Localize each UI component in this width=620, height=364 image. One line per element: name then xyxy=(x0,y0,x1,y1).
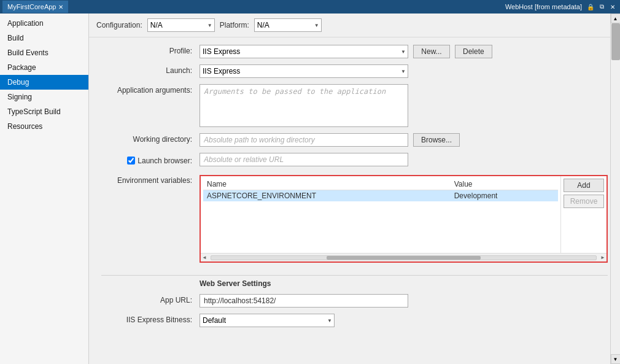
app-args-textarea[interactable] xyxy=(200,84,408,127)
launch-control-area: IIS Express ▼ xyxy=(200,64,608,78)
env-col-name: Name xyxy=(203,179,451,190)
title-bar-left: MyFirstCoreApp ✕ xyxy=(2,1,68,13)
working-dir-input[interactable] xyxy=(200,133,408,147)
sidebar-item-package[interactable]: Package xyxy=(0,60,88,75)
app-args-control-area xyxy=(200,84,608,127)
env-table: Name Value ASPNETCORE_ENVIRONMENT Develo… xyxy=(203,179,558,201)
env-col-value: Value xyxy=(451,179,558,190)
title-bar-right: WebHost [from metadata] 🔒 ⧉ ✕ xyxy=(505,2,618,12)
vertical-scrollbar: ▲ ▼ xyxy=(610,14,620,364)
scroll-thumb[interactable] xyxy=(327,256,481,260)
lock-icon[interactable]: 🔒 xyxy=(586,2,595,12)
env-vars-row: Environment variables: Name Value xyxy=(101,172,608,269)
sidebar-item-resources[interactable]: Resources xyxy=(0,119,88,134)
window-controls: 🔒 ⧉ ✕ xyxy=(586,2,618,12)
launch-label: Launch: xyxy=(101,64,200,75)
platform-dropdown-wrapper: N/A ▼ xyxy=(254,18,322,32)
app-url-row: App URL: xyxy=(101,294,608,308)
launch-browser-url-area xyxy=(200,153,608,166)
profile-dropdown-wrapper: IIS Express ▼ xyxy=(200,45,408,58)
platform-label: Platform: xyxy=(220,21,249,29)
launch-browser-label: Launch browser: xyxy=(138,157,192,165)
env-section: Name Value ASPNETCORE_ENVIRONMENT Develo… xyxy=(200,175,608,263)
profile-label: Profile: xyxy=(101,45,200,55)
iis-bitness-control-area: Default ▼ xyxy=(200,314,608,327)
table-row[interactable]: ASPNETCORE_ENVIRONMENT Development xyxy=(203,190,558,202)
working-dir-control-area: Browse... xyxy=(200,133,608,147)
env-buttons: Add Remove xyxy=(560,176,606,253)
configuration-dropdown-wrapper: N/A ▼ xyxy=(147,18,215,32)
scroll-up-button[interactable]: ▲ xyxy=(611,14,621,23)
web-server-heading: Web Server Settings xyxy=(101,275,608,290)
sidebar-item-build-events[interactable]: Build Events xyxy=(0,45,88,60)
delete-button[interactable]: Delete xyxy=(455,45,492,58)
launch-dropdown[interactable]: IIS Express xyxy=(200,64,408,78)
platform-dropdown[interactable]: N/A xyxy=(254,18,322,32)
float-icon[interactable]: ⧉ xyxy=(597,2,606,12)
app-url-control-area xyxy=(200,294,608,308)
configuration-dropdown[interactable]: N/A xyxy=(147,18,215,32)
project-tab[interactable]: MyFirstCoreApp ✕ xyxy=(2,1,68,13)
env-vars-label: Environment variables: xyxy=(101,172,200,185)
working-dir-label: Working directory: xyxy=(101,133,200,144)
scroll-left-icon[interactable]: ◄ xyxy=(202,255,207,260)
sidebar: Application Build Build Events Package D… xyxy=(0,14,89,364)
launch-browser-label-area: Launch browser: xyxy=(101,155,200,165)
env-horizontal-scrollbar[interactable]: ◄ ► xyxy=(201,253,606,261)
browse-button[interactable]: Browse... xyxy=(413,133,460,147)
title-bar: MyFirstCoreApp ✕ WebHost [from metadata]… xyxy=(0,0,620,14)
config-bar: Configuration: N/A ▼ Platform: N/A ▼ xyxy=(89,14,620,37)
new-button[interactable]: New... xyxy=(413,45,450,58)
env-vars-area: Name Value ASPNETCORE_ENVIRONMENT Develo… xyxy=(200,172,608,269)
form-content: Profile: IIS Express ▼ New... Delete Lau… xyxy=(89,37,620,341)
scroll-vert-thumb[interactable] xyxy=(611,23,620,60)
app-url-label: App URL: xyxy=(101,294,200,304)
launch-browser-checkbox[interactable] xyxy=(127,157,135,165)
sidebar-item-signing[interactable]: Signing xyxy=(0,90,88,104)
iis-bitness-dropdown-wrapper: Default ▼ xyxy=(200,314,335,327)
window-title: WebHost [from metadata] xyxy=(505,3,582,10)
sidebar-item-build[interactable]: Build xyxy=(0,31,88,45)
app-url-input[interactable] xyxy=(200,294,408,308)
env-table-area: Name Value ASPNETCORE_ENVIRONMENT Develo… xyxy=(201,176,560,253)
scroll-right-icon[interactable]: ► xyxy=(600,255,605,260)
add-button[interactable]: Add xyxy=(564,179,604,192)
env-row-name: ASPNETCORE_ENVIRONMENT xyxy=(203,190,451,202)
tab-label: MyFirstCoreApp xyxy=(7,3,56,10)
scroll-vert-track xyxy=(611,23,621,354)
tab-close-icon[interactable]: ✕ xyxy=(58,4,63,10)
iis-bitness-label: IIS Express Bitness: xyxy=(101,314,200,324)
content-area: Configuration: N/A ▼ Platform: N/A ▼ Pro… xyxy=(89,14,620,364)
env-row-value: Development xyxy=(451,190,558,202)
app-args-row: Application arguments: xyxy=(101,84,608,127)
iis-bitness-dropdown[interactable]: Default xyxy=(200,314,335,327)
close-icon[interactable]: ✕ xyxy=(608,2,618,12)
scroll-down-button[interactable]: ▼ xyxy=(611,354,621,364)
sidebar-item-debug[interactable]: Debug xyxy=(0,75,88,90)
profile-row: Profile: IIS Express ▼ New... Delete xyxy=(101,45,608,58)
sidebar-item-application[interactable]: Application xyxy=(0,16,88,31)
launch-browser-url-input[interactable] xyxy=(200,153,408,166)
working-dir-row: Working directory: Browse... xyxy=(101,133,608,147)
main-container: Application Build Build Events Package D… xyxy=(0,14,620,364)
launch-browser-row: Launch browser: xyxy=(101,153,608,166)
app-args-label: Application arguments: xyxy=(101,84,200,95)
launch-dropdown-wrapper: IIS Express ▼ xyxy=(200,64,408,78)
profile-control-area: IIS Express ▼ New... Delete xyxy=(200,45,608,58)
configuration-label: Configuration: xyxy=(96,21,142,29)
iis-bitness-row: IIS Express Bitness: Default ▼ xyxy=(101,314,608,327)
scroll-track xyxy=(211,255,597,260)
remove-button[interactable]: Remove xyxy=(564,195,604,208)
env-inner: Name Value ASPNETCORE_ENVIRONMENT Develo… xyxy=(201,176,606,253)
sidebar-item-typescript-build[interactable]: TypeScript Build xyxy=(0,104,88,119)
launch-row: Launch: IIS Express ▼ xyxy=(101,64,608,78)
profile-dropdown[interactable]: IIS Express xyxy=(200,45,408,58)
